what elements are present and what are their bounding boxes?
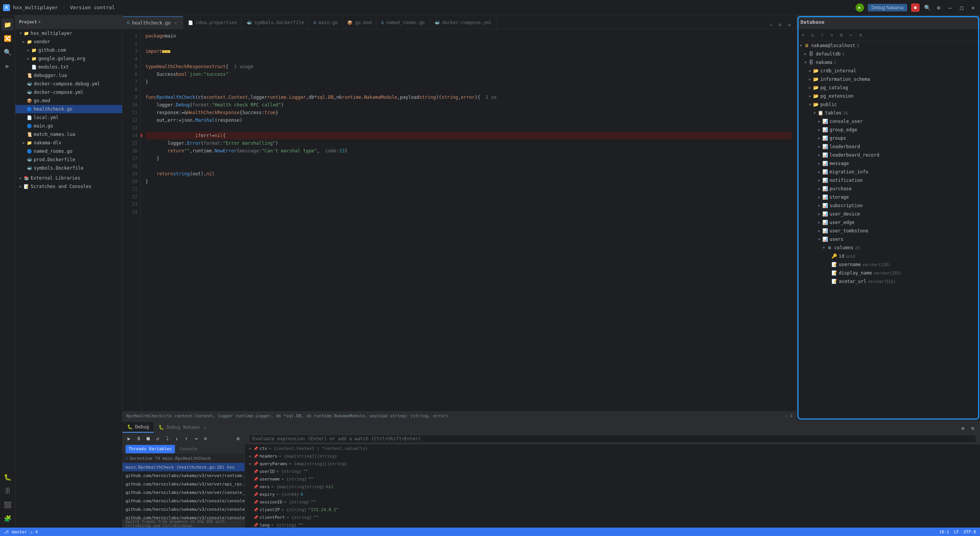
db-settings-btn[interactable]: ⚙	[837, 31, 846, 39]
db-pg-catalog[interactable]: ▶ 📂 pg_catalog	[797, 83, 980, 92]
tree-item-nakama-dlv[interactable]: ▶ 📁 nakama-dlv	[15, 139, 122, 147]
db-table-user-device[interactable]: ▶ 📊 user_device	[797, 210, 980, 218]
sidebar-icon-find[interactable]: 🔍	[2, 46, 14, 58]
tree-item-vendor[interactable]: ▶ 📁 vendor	[15, 38, 122, 46]
debug-settings-btn[interactable]: ⚙	[234, 435, 242, 443]
maximize-icon[interactable]: □	[958, 4, 965, 11]
db-table-leaderboard[interactable]: ▶ 📊 leaderboard	[797, 142, 980, 151]
debug-evaluate-btn[interactable]: ≡	[201, 435, 210, 443]
tab-healthcheck-close[interactable]: ✕	[173, 20, 178, 26]
tree-item-gomod[interactable]: ▶ 📦 go.mod	[15, 96, 122, 105]
tree-item-named-rooms[interactable]: ▶ 🔵 named_rooms.go	[15, 147, 122, 155]
db-server-nakama[interactable]: ▼ 🖥 nakama@localhost 5	[797, 41, 980, 50]
debug-step-over-btn[interactable]: ⤵	[163, 435, 172, 443]
db-col-id[interactable]: ▶ 🔑 id uuid	[797, 252, 980, 260]
db-disconnect-btn[interactable]: ✕	[828, 31, 836, 39]
bottom-gear-btn[interactable]: ⚙	[959, 424, 967, 433]
debug-restart-btn[interactable]: ↺	[154, 435, 162, 443]
debug-resume-btn[interactable]: ▶	[125, 435, 133, 443]
db-public-schema[interactable]: ▼ 📂 public	[797, 100, 980, 109]
tree-item-healthcheck[interactable]: ▶ 🔵 healthcheck.go	[15, 105, 122, 113]
tab-docker-compose[interactable]: 🐳 docker-compose.yml	[430, 16, 497, 29]
recent-files-btn[interactable]: ⬇	[767, 21, 775, 29]
db-table-console-user[interactable]: ▶ 📊 console_user	[797, 117, 980, 126]
var-expiry[interactable]: ▶ 📌 expiry = {int64} 0	[245, 490, 980, 498]
var-lang[interactable]: ▶ 📌 lang = {string} ""	[245, 521, 980, 528]
db-table-message[interactable]: ▶ 📊 message	[797, 159, 980, 168]
db-columns-group[interactable]: ▼ ⊞ columns 23	[797, 243, 980, 252]
tab-idea-properties[interactable]: 📄 idea.properties	[183, 16, 242, 29]
project-root[interactable]: ▼ 📁 hxx_multiplayer	[15, 29, 122, 38]
code-content[interactable]: package main import ■■■ type HealthCheck…	[141, 29, 796, 411]
var-queryparams[interactable]: ▶ 📌 queryParams = {map[string][]string}	[245, 460, 980, 467]
settings-icon[interactable]: ⚙	[935, 4, 942, 11]
var-username[interactable]: ▶ 📌 username = {string} ""	[245, 475, 980, 483]
tree-item-scratches[interactable]: ▶ 📝 Scratches and Consoles	[15, 182, 122, 191]
project-panel-header[interactable]: Project ▼	[15, 15, 122, 29]
db-table-migration-info[interactable]: ▶ 📊 migration_info	[797, 168, 980, 176]
db-defaultdb[interactable]: ▶ 🗄 defaultdb 1	[797, 50, 980, 58]
frame-item-6[interactable]: github.com/heroiclabs/nakama/v3/console/…	[122, 513, 245, 519]
db-add-btn[interactable]: +	[799, 31, 807, 39]
db-table-leaderboard-record[interactable]: ▶ 📊 leaderboard_record	[797, 151, 980, 159]
tree-item-symbols-dockerfile[interactable]: ▶ 🐳 symbols.Dockerfile	[15, 164, 122, 172]
var-clientip[interactable]: ▶ 📌 clientIP = {string} "172.24.0.1"	[245, 506, 980, 513]
db-refresh-btn[interactable]: ↻	[808, 31, 817, 39]
frame-item-0[interactable]: main.RpcHealthCheck (healthcheck.go:18) …	[122, 463, 245, 471]
bottom-expand-btn[interactable]: ⊡	[969, 424, 977, 433]
db-crdb-internal[interactable]: ▶ 📂 crdb_internal	[797, 67, 980, 75]
debug-step-out-btn[interactable]: ↑	[182, 435, 191, 443]
sidebar-icon-debug[interactable]: 🐛	[2, 471, 14, 483]
sidebar-icon-plugins[interactable]: 🧩	[2, 512, 14, 525]
db-info-schema[interactable]: ▶ 📂 information_schema	[797, 75, 980, 83]
tree-item-modules[interactable]: ▶ 📄 modules.txt	[15, 63, 122, 71]
tree-item-external-libs[interactable]: ▶ 📚 External Libraries	[15, 174, 122, 182]
frame-item-3[interactable]: github.com/heroiclabs/nakama/v3/server/c…	[122, 488, 245, 497]
frame-item-1[interactable]: github.com/heroiclabs/nakama/v3/server/r…	[122, 471, 245, 480]
status-warnings[interactable]: ⚠ 4	[785, 413, 792, 418]
debug-run-to-cursor-btn[interactable]: ⇥	[192, 435, 200, 443]
debug-step-into-btn[interactable]: ↓	[173, 435, 181, 443]
run-button[interactable]: ▶	[856, 3, 864, 12]
db-table-group-edge[interactable]: ▶ 📊 group_edge	[797, 126, 980, 134]
db-col-display-name[interactable]: ▶ 📝 display_name varchar(255)	[797, 269, 980, 277]
tree-item-matchnames[interactable]: ▶ 📜 match_names.lua	[15, 130, 122, 139]
sidebar-icon-terminal[interactable]: ⬛	[2, 498, 14, 511]
db-table-subscription[interactable]: ▶ 📊 subscription	[797, 201, 980, 210]
debug-pause-btn[interactable]: ⏸	[134, 435, 143, 443]
db-table-purchase[interactable]: ▶ 📊 purchase	[797, 185, 980, 193]
db-table-user-edge[interactable]: ▶ 📊 user_edge	[797, 218, 980, 227]
subtab-console[interactable]: Console	[176, 445, 200, 453]
sidebar-icon-project[interactable]: 📁	[2, 18, 14, 31]
sidebar-icon-run[interactable]: ▶	[2, 60, 14, 72]
db-table-users[interactable]: ▼ 📊 users	[797, 235, 980, 243]
version-control-label[interactable]: Version control	[70, 5, 115, 10]
db-connect-btn[interactable]: ⚡	[818, 31, 826, 39]
db-table-notification[interactable]: ▶ 📊 notification	[797, 176, 980, 185]
db-filter-btn[interactable]: ⚗	[856, 31, 865, 39]
tree-item-golang[interactable]: ▶ 📁 google.golang.org	[15, 54, 122, 63]
db-more-btn[interactable]: ⋯	[847, 31, 855, 39]
tab-named-rooms[interactable]: G named_rooms.go	[377, 16, 430, 29]
tab-symbols-dockerfile[interactable]: 🐳 symbols.Dockerfile	[242, 16, 309, 29]
tab-healthcheck[interactable]: G healthcheck.go ✕	[122, 16, 183, 29]
tree-item-local[interactable]: ▶ 📄 local.yml	[15, 113, 122, 122]
bottom-tab-debug[interactable]: 🐛 Debug	[122, 422, 154, 433]
var-headers[interactable]: ▶ 📌 headers = {map[string][]string}	[245, 452, 980, 460]
tab-maingo[interactable]: G main.go	[309, 16, 343, 29]
tab-gomod[interactable]: 📦 go.mod	[343, 16, 376, 29]
db-nakama-db[interactable]: ▼ 🗄 nakama 1	[797, 58, 980, 67]
debug-nakama-close[interactable]: ✕	[204, 425, 206, 430]
minimize-icon[interactable]: —	[946, 4, 954, 11]
var-vars[interactable]: ▶ 📌 vars = {map[string]string} nil	[245, 483, 980, 490]
frame-item-4[interactable]: github.com/heroiclabs/nakama/v3/console/…	[122, 497, 245, 505]
eval-input[interactable]	[249, 435, 976, 443]
db-table-groups[interactable]: ▶ 📊 groups	[797, 134, 980, 142]
frame-item-2[interactable]: github.com/heroiclabs/nakama/v3/server/a…	[122, 480, 245, 488]
bottom-tab-debug-nakama[interactable]: 🐛 Debug Nakama ✕	[154, 422, 211, 433]
tree-item-github[interactable]: ▶ 📁 github.com	[15, 46, 122, 54]
tree-item-maingo[interactable]: ▶ 🔵 main.go	[15, 122, 122, 130]
close-icon[interactable]: ✕	[969, 4, 977, 11]
var-userid[interactable]: ▶ 📌 userID = {string} ""	[245, 467, 980, 475]
debug-stop-btn[interactable]: ⏹	[144, 435, 152, 443]
